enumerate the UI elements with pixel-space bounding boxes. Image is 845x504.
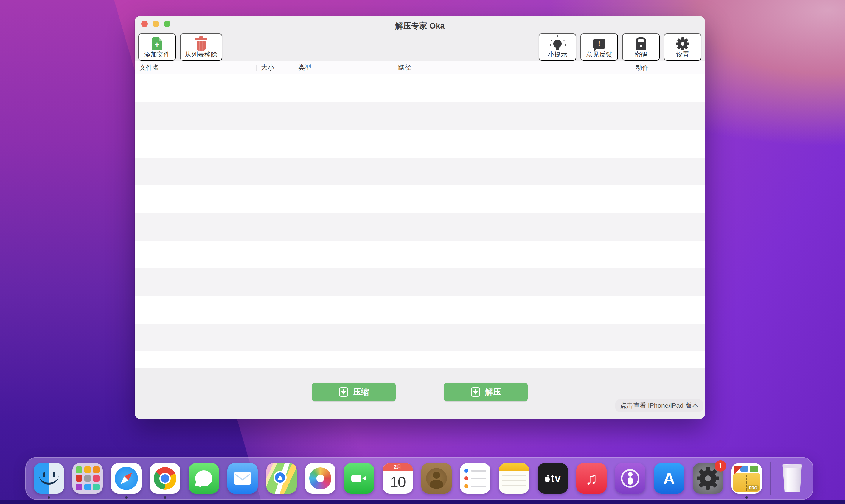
app-store-icon: A	[654, 463, 684, 493]
calendar-icon: 2月 10	[382, 463, 413, 493]
notes-icon	[499, 463, 529, 493]
compress-button[interactable]: 压缩	[312, 383, 396, 401]
apple-tv-icon: tv	[538, 463, 568, 493]
toolbar-spacer	[222, 33, 539, 61]
running-indicator	[164, 496, 166, 499]
dock-item-reminders[interactable]	[460, 463, 490, 493]
lightbulb-icon	[553, 36, 562, 51]
running-indicator	[48, 496, 50, 499]
add-files-button[interactable]: + 添加文件	[138, 33, 176, 61]
dock: 2月 10 tv ♫	[25, 457, 813, 500]
calendar-month: 2月	[382, 463, 413, 471]
oka-unzip-icon: PRO	[732, 463, 762, 493]
column-header-type[interactable]: 类型	[293, 63, 393, 72]
app-store-a-glyph: A	[663, 469, 675, 488]
settings-button[interactable]: 设置	[664, 33, 701, 61]
dock-item-system-preferences[interactable]: 1	[693, 463, 723, 493]
window-titlebar: 解压专家 Oka	[135, 16, 705, 32]
photos-icon	[305, 463, 336, 493]
column-header-path[interactable]: 路径	[393, 63, 579, 72]
dock-item-maps[interactable]	[266, 463, 297, 493]
add-files-label: 添加文件	[144, 51, 170, 58]
screen-bottom-strip	[0, 500, 845, 504]
notification-badge: 1	[715, 460, 726, 471]
dock-item-apple-tv[interactable]: tv	[538, 463, 568, 493]
running-indicator	[745, 496, 748, 499]
feedback-bubble-icon: !	[593, 36, 606, 51]
dock-item-oka-unzip[interactable]: PRO	[732, 463, 762, 493]
trash-icon	[781, 464, 803, 492]
finder-icon	[34, 463, 64, 493]
dock-item-app-store[interactable]: A	[654, 463, 684, 493]
facetime-icon	[344, 463, 374, 493]
file-table-header: 文件名 大小 类型 路径 动作	[135, 61, 705, 74]
safari-icon	[111, 463, 142, 493]
dock-item-chrome[interactable]	[150, 463, 180, 493]
gear-icon	[676, 36, 689, 51]
dock-item-calendar[interactable]: 2月 10	[382, 463, 413, 493]
column-header-filename[interactable]: 文件名	[135, 63, 256, 72]
dock-item-notes[interactable]	[499, 463, 529, 493]
dock-item-music[interactable]: ♫	[576, 463, 607, 493]
dock-item-facetime[interactable]	[344, 463, 374, 493]
zoom-button[interactable]	[164, 21, 170, 27]
traffic-lights	[141, 16, 170, 32]
dock-item-contacts[interactable]	[421, 463, 452, 493]
remove-from-list-label: 从列表移除	[185, 51, 217, 58]
chrome-icon	[150, 463, 180, 493]
remove-from-list-button[interactable]: 从列表移除	[180, 33, 222, 61]
extract-label: 解压	[485, 386, 501, 397]
desktop: 解压专家 Oka + 添加文件 从列表移除 小提示	[0, 0, 845, 504]
iphone-ipad-version-link[interactable]: 点击查看 iPhone/iPad 版本	[615, 399, 703, 412]
settings-label: 设置	[676, 51, 689, 58]
trash-icon	[197, 36, 205, 51]
dock-item-mail[interactable]	[227, 463, 258, 493]
column-header-size[interactable]: 大小	[256, 63, 293, 72]
dock-item-messages[interactable]	[188, 463, 219, 493]
toolbar-left-group: + 添加文件 从列表移除	[138, 33, 222, 61]
dock-item-launchpad[interactable]	[72, 463, 103, 493]
minimize-button[interactable]	[152, 21, 159, 27]
feedback-button[interactable]: ! 意见反馈	[580, 33, 618, 61]
tips-label: 小提示	[547, 51, 567, 58]
window-title: 解压专家 Oka	[135, 16, 705, 31]
close-button[interactable]	[141, 21, 148, 27]
dock-divider	[770, 462, 771, 495]
toolbar-right-group: 小提示 ! 意见反馈 密码 设置	[539, 33, 701, 61]
compress-archive-icon	[339, 387, 348, 397]
tv-label: tv	[551, 472, 561, 485]
apple-logo-icon	[545, 476, 550, 482]
dock-item-finder[interactable]	[34, 463, 64, 493]
messages-icon	[188, 463, 219, 493]
maps-icon	[266, 463, 297, 493]
reminders-icon	[460, 463, 490, 493]
lock-icon	[635, 36, 646, 51]
window-footer: 压缩 解压 点击查看 iPhone/iPad 版本	[135, 368, 705, 416]
dock-item-trash[interactable]	[779, 463, 805, 493]
password-button[interactable]: 密码	[622, 33, 660, 61]
compress-label: 压缩	[353, 386, 369, 397]
feedback-label: 意见反馈	[586, 51, 612, 58]
dock-item-photos[interactable]	[305, 463, 336, 493]
extract-archive-icon	[471, 387, 480, 397]
podcasts-icon	[615, 463, 645, 493]
dock-item-podcasts[interactable]	[615, 463, 645, 493]
calendar-day: 10	[390, 471, 406, 493]
password-label: 密码	[634, 51, 647, 58]
toolbar: + 添加文件 从列表移除 小提示 !	[135, 33, 705, 61]
pro-badge: PRO	[747, 485, 759, 491]
contacts-icon	[421, 463, 452, 493]
app-window: 解压专家 Oka + 添加文件 从列表移除 小提示	[135, 16, 705, 419]
dock-item-safari[interactable]	[111, 463, 142, 493]
tips-button[interactable]: 小提示	[539, 33, 576, 61]
launchpad-icon	[72, 463, 103, 493]
column-header-action[interactable]: 动作	[579, 63, 705, 72]
add-file-icon: +	[152, 36, 162, 51]
music-icon: ♫	[576, 463, 607, 493]
music-note-icon: ♫	[585, 469, 598, 488]
extract-button[interactable]: 解压	[444, 383, 528, 401]
file-list-empty	[135, 74, 705, 368]
mail-icon	[227, 463, 258, 493]
running-indicator	[125, 496, 127, 499]
